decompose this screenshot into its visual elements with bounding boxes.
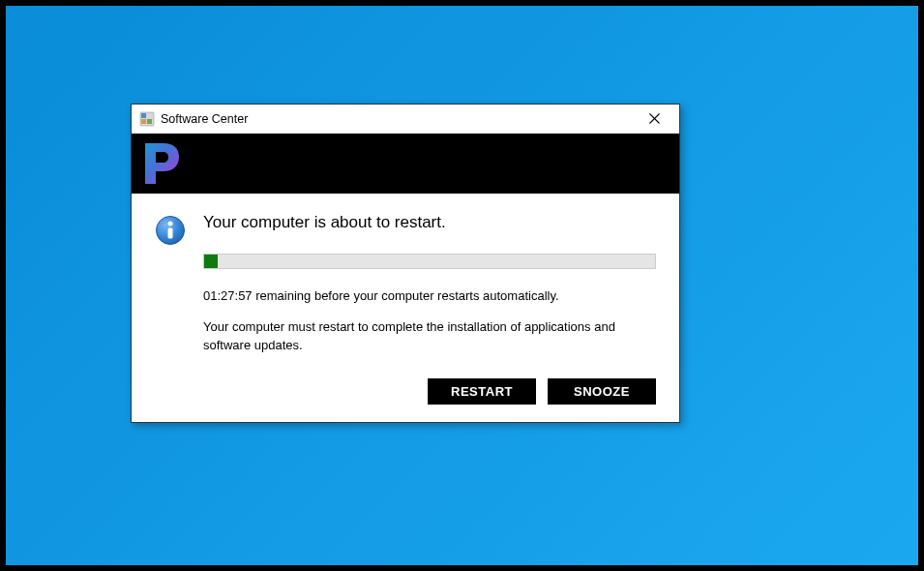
window-title: Software Center — [161, 112, 635, 126]
dialog-heading: Your computer is about to restart. — [203, 213, 656, 232]
svg-rect-8 — [168, 228, 173, 239]
titlebar: Software Center — [132, 105, 679, 134]
remaining-time-text: 01:27:57 remaining before your computer … — [203, 288, 656, 303]
close-button[interactable] — [635, 105, 673, 133]
brand-logo-icon — [137, 139, 186, 188]
svg-rect-2 — [147, 119, 152, 124]
restart-reason-text: Your computer must restart to complete t… — [203, 318, 656, 355]
snooze-button[interactable]: SNOOZE — [548, 378, 656, 405]
svg-point-7 — [168, 222, 173, 226]
app-icon — [139, 111, 155, 127]
content-body: Your computer is about to restart. 01:27… — [203, 213, 656, 405]
svg-rect-3 — [141, 119, 146, 124]
info-icon — [155, 215, 186, 246]
software-center-dialog: Software Center — [131, 104, 680, 423]
restart-button[interactable]: RESTART — [428, 378, 536, 405]
progress-bar — [203, 254, 656, 269]
dialog-content: Your computer is about to restart. 01:27… — [132, 194, 679, 422]
close-icon — [649, 113, 660, 124]
progress-fill — [204, 255, 218, 268]
button-row: RESTART SNOOZE — [203, 378, 656, 405]
desktop-background: Software Center — [6, 6, 918, 565]
svg-rect-1 — [141, 113, 146, 118]
brand-banner — [132, 134, 679, 194]
info-icon-wrap — [155, 213, 186, 405]
